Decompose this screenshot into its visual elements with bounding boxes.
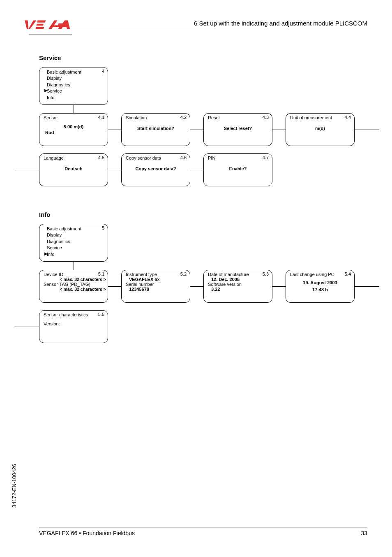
- screen-number: 5.1: [98, 272, 104, 276]
- screen-value: Select reset?: [208, 126, 268, 131]
- footer-doc-title: VEGAFLEX 66 • Foundation Fieldbus: [39, 530, 135, 536]
- screen-4-6: 4.6 Copy sensor data Copy sensor data?: [121, 153, 190, 186]
- screen-4-1: 4.1 Sensor 5.00 m(d) Rod: [39, 113, 108, 146]
- label: Device-ID: [44, 272, 106, 277]
- svg-rect-2: [35, 27, 44, 29]
- screen-menu-5: 5 Basic adjustment Display Diagnostics S…: [39, 224, 108, 262]
- label: Sensor-TAG (PD_TAG): [44, 282, 106, 287]
- screen-value: Copy sensor data?: [126, 166, 186, 171]
- label: Sensor characteristics: [44, 312, 104, 317]
- screen-number: 5.4: [345, 272, 351, 276]
- screen-5-1: 5.1 Device-ID < max. 32 characters > Sen…: [39, 270, 108, 303]
- screen-5-4: 5.4 Last change using PC 19. August 2003…: [286, 270, 355, 303]
- menu-item: Basic adjustment: [47, 226, 104, 232]
- svg-rect-0: [37, 21, 46, 23]
- screen-number: 4: [102, 69, 104, 74]
- menu-item: Diagnostics: [47, 82, 104, 88]
- screen-number: 4.6: [180, 155, 187, 160]
- screen-4-5: 4.5 Language Deutsch: [39, 153, 108, 186]
- value: 12. Dec. 2005: [211, 277, 268, 282]
- heading-service: Service: [39, 54, 378, 61]
- value: < max. 32 characters >: [44, 287, 106, 292]
- screen-number: 5.2: [180, 272, 187, 276]
- screen-5-3: 5.3 Date of manufacture 12. Dec. 2005 So…: [203, 270, 272, 303]
- value: 17:48 h: [290, 286, 350, 293]
- screen-value: 5.00 m(d): [44, 124, 104, 129]
- screen-title: Simulation: [126, 115, 186, 120]
- header-rule: [72, 27, 371, 27]
- menu-item: Info: [47, 251, 104, 258]
- label: Last change using PC: [290, 272, 350, 277]
- screen-title: Language: [44, 155, 104, 160]
- label: Serial number: [126, 282, 186, 287]
- chapter-title: 6 Set up with the indicating and adjustm…: [194, 20, 367, 27]
- menu-item: Service: [47, 88, 104, 94]
- label: Version:: [44, 321, 104, 326]
- screen-value: Start simulation?: [126, 126, 186, 131]
- svg-rect-1: [36, 24, 44, 26]
- screen-number: 4.5: [98, 155, 104, 160]
- screen-title: Copy sensor data: [126, 155, 186, 160]
- screen-title: Sensor: [44, 115, 104, 120]
- logo-underline: [29, 34, 72, 35]
- diagram-info: 5 Basic adjustment Display Diagnostics S…: [39, 224, 378, 355]
- screen-number: 4.7: [263, 155, 269, 160]
- screen-4-4: 4.4 Unit of measurement m(d): [286, 113, 355, 146]
- menu-item: Service: [47, 245, 104, 251]
- screen-menu-4: 4 Basic adjustment Display Diagnostics ▶…: [39, 67, 108, 105]
- screen-5-5: 5.5 Sensor characteristics Version:: [39, 310, 108, 343]
- heading-info: Info: [39, 211, 378, 218]
- value: 19. August 2003: [290, 279, 350, 286]
- screen-4-2: 4.2 Simulation Start simulation?: [121, 113, 190, 146]
- screen-number: 4.4: [345, 115, 351, 120]
- screen-value: Deutsch: [44, 166, 104, 171]
- menu-item: Display: [47, 75, 104, 81]
- doc-id-vertical: 34172-EN-100426: [11, 464, 17, 508]
- screen-4-3: 4.3 Reset Select reset?: [203, 113, 272, 146]
- vega-logo: [21, 20, 70, 30]
- screen-number: 4.3: [263, 115, 269, 120]
- screen-title: Unit of measurement: [290, 115, 350, 120]
- pointer-icon: ▶: [44, 251, 48, 256]
- screen-5-2: 5.2 Instrument type VEGAFLEX 6x Serial n…: [121, 270, 190, 303]
- value: 3.22: [211, 287, 268, 292]
- value: VEGAFLEX 6x: [129, 277, 186, 282]
- footer-page-number: 33: [361, 530, 367, 536]
- screen-value: Enable?: [208, 166, 268, 171]
- diagram-service: 4 Basic adjustment Display Diagnostics ▶…: [39, 67, 378, 199]
- screen-number: 5.5: [98, 312, 104, 317]
- label: Date of manufacture: [208, 272, 268, 277]
- pointer-icon: ▶: [44, 88, 48, 93]
- screen-number: 5: [102, 225, 104, 230]
- screen-title: Reset: [208, 115, 268, 120]
- menu-item: Basic adjustment: [47, 69, 104, 75]
- screen-number: 4.1: [98, 115, 104, 120]
- value: 12345678: [129, 287, 186, 292]
- screen-4-7: 4.7 PIN Enable?: [203, 153, 272, 186]
- label: Instrument type: [126, 272, 186, 277]
- menu-item: Info: [47, 95, 104, 101]
- menu-item: Display: [47, 232, 104, 238]
- label: Software version: [208, 282, 268, 287]
- value: < max. 32 characters >: [44, 277, 106, 282]
- screen-value: m(d): [290, 126, 350, 131]
- menu-item: Diagnostics: [47, 239, 104, 245]
- screen-value: Rod: [45, 130, 104, 135]
- screen-title: PIN: [208, 155, 268, 160]
- page-footer: VEGAFLEX 66 • Foundation Fieldbus 33: [39, 527, 367, 536]
- screen-number: 4.2: [180, 115, 187, 120]
- screen-number: 5.3: [263, 272, 269, 276]
